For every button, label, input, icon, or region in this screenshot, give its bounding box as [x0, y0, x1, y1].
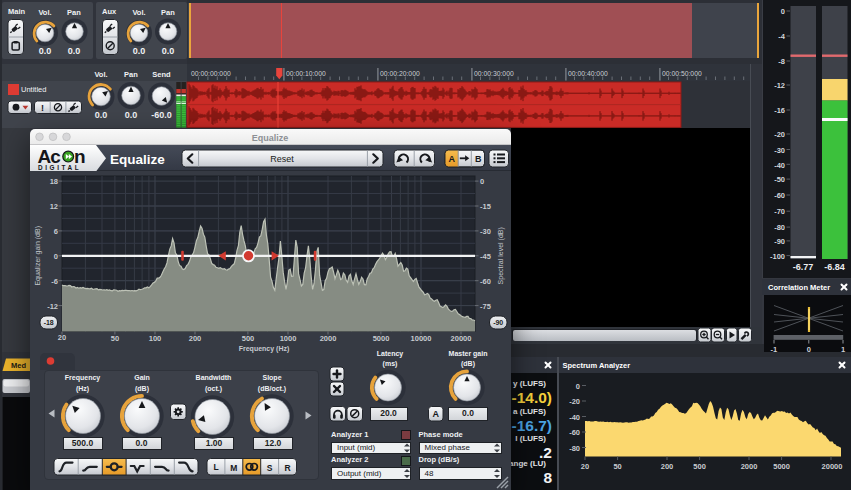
svg-text:-6.84: -6.84 [824, 262, 845, 272]
svg-text:-50: -50 [774, 175, 785, 184]
svg-text:0: 0 [576, 381, 580, 390]
svg-text:-75: -75 [480, 302, 491, 311]
svg-text:2000: 2000 [320, 334, 337, 343]
svg-text:-8: -8 [778, 57, 785, 66]
svg-text:-45: -45 [480, 252, 491, 261]
svg-text:S: S [267, 463, 273, 473]
svg-text:500: 500 [693, 462, 706, 471]
svg-text:200: 200 [661, 462, 674, 471]
svg-text:-40: -40 [569, 412, 580, 421]
svg-text:-60: -60 [774, 191, 785, 200]
svg-text:Equalize: Equalize [110, 151, 165, 166]
svg-text:-30: -30 [774, 146, 785, 155]
svg-text:-18: -18 [44, 319, 54, 326]
svg-text:2000: 2000 [741, 462, 758, 471]
svg-text:5000: 5000 [773, 462, 790, 471]
svg-text:-6.77: -6.77 [793, 262, 814, 272]
svg-text:M: M [230, 463, 237, 473]
svg-text:20: 20 [581, 462, 589, 471]
svg-text:20000: 20000 [451, 334, 472, 343]
svg-text:-20: -20 [774, 130, 785, 139]
svg-text:1000: 1000 [280, 334, 297, 343]
svg-text:-80: -80 [774, 223, 785, 232]
svg-text:-15: -15 [480, 202, 491, 211]
svg-text:-90: -90 [774, 237, 785, 246]
svg-text:0: 0 [806, 345, 810, 353]
svg-text:1: 1 [840, 345, 844, 353]
svg-text:-12: -12 [774, 81, 785, 90]
svg-text:00:00:30:000: 00:00:30:000 [474, 70, 514, 77]
svg-text:-12: -12 [47, 302, 58, 311]
svg-text:-4: -4 [778, 32, 785, 41]
svg-text:-20: -20 [569, 397, 580, 406]
svg-text:-90: -90 [493, 319, 503, 326]
svg-text:L: L [213, 462, 218, 472]
svg-text:!: ! [41, 103, 44, 113]
svg-text:6: 6 [54, 227, 58, 236]
svg-text:DIGITAL: DIGITAL [38, 164, 81, 171]
svg-text:B: B [475, 154, 482, 164]
svg-text:Spectral level (dB): Spectral level (dB) [498, 227, 506, 284]
svg-text:-60: -60 [569, 428, 580, 437]
svg-text:500: 500 [242, 334, 255, 343]
svg-text:00:00:20:000: 00:00:20:000 [380, 70, 420, 77]
svg-text:-6: -6 [51, 277, 58, 286]
svg-text:-30: -30 [480, 227, 491, 236]
svg-text:R: R [285, 463, 291, 473]
svg-text:20000: 20000 [822, 462, 843, 471]
svg-text:-1: -1 [770, 345, 777, 353]
svg-text:Reset: Reset [270, 153, 294, 163]
svg-text:12: 12 [50, 202, 58, 211]
svg-text:00:00:50:000: 00:00:50:000 [662, 70, 702, 77]
svg-text:00:00:00:000: 00:00:00:000 [191, 70, 231, 77]
svg-text:00:00:10:000: 00:00:10:000 [286, 70, 326, 77]
svg-text:-40: -40 [774, 161, 785, 170]
svg-text:0: 0 [781, 7, 785, 16]
svg-text:-100: -100 [770, 252, 785, 261]
svg-text:0: 0 [54, 252, 58, 261]
svg-text:50: 50 [111, 334, 119, 343]
svg-text:10000: 10000 [411, 334, 432, 343]
svg-text:0: 0 [480, 177, 484, 186]
svg-text:-70: -70 [774, 207, 785, 216]
svg-text:18: 18 [50, 177, 58, 186]
svg-text:5000: 5000 [373, 334, 390, 343]
svg-text:A: A [432, 409, 439, 419]
svg-text:20: 20 [58, 333, 66, 342]
svg-text:Equalizer gain (dB): Equalizer gain (dB) [34, 226, 42, 286]
svg-text:200: 200 [189, 334, 202, 343]
svg-text:100: 100 [149, 334, 162, 343]
svg-text:50: 50 [613, 462, 621, 471]
svg-text:A: A [449, 154, 456, 164]
svg-text:-60: -60 [480, 277, 491, 286]
svg-text:00:00:40:000: 00:00:40:000 [568, 70, 608, 77]
svg-text:Med: Med [11, 361, 26, 370]
svg-text:-16: -16 [774, 106, 785, 115]
svg-text:-80: -80 [569, 443, 580, 452]
